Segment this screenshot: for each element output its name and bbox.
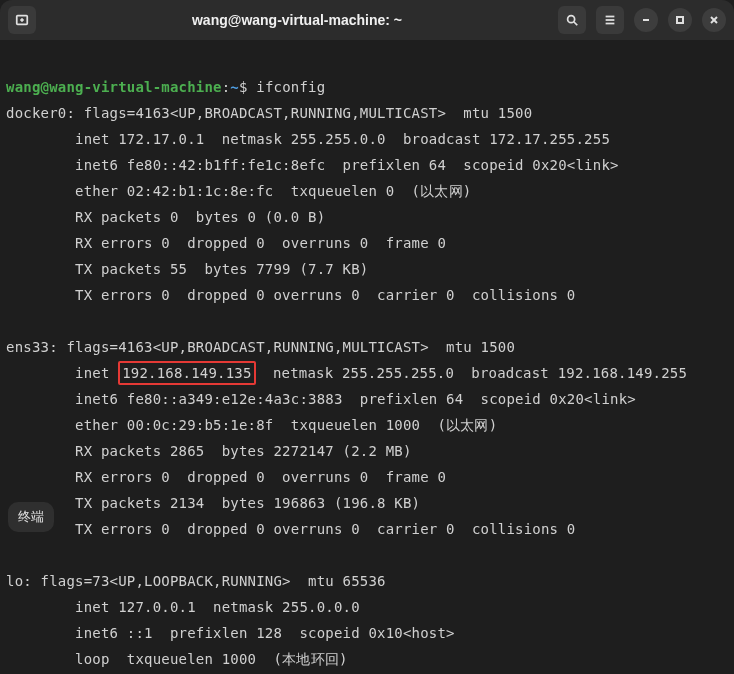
lo-loop: loop txqueuelen 1000 (本地环回) bbox=[6, 651, 348, 667]
docker0-header: docker0: flags=4163<UP,BROADCAST,RUNNING… bbox=[6, 105, 532, 121]
ens33-inet-line: inet 192.168.149.135 netmask 255.255.255… bbox=[6, 365, 687, 381]
search-icon bbox=[565, 13, 579, 27]
svg-rect-9 bbox=[677, 17, 683, 23]
window-titlebar: wang@wang-virtual-machine: ~ bbox=[0, 0, 734, 40]
prompt-path: ~ bbox=[230, 79, 239, 95]
ens33-tx-packets: TX packets 2134 bytes 196863 (196.8 KB) bbox=[6, 495, 420, 511]
titlebar-right-group bbox=[558, 6, 726, 34]
ens33-inet6: inet6 fe80::a349:e12e:4a3c:3883 prefixle… bbox=[6, 391, 636, 407]
docker0-inet: inet 172.17.0.1 netmask 255.255.0.0 broa… bbox=[6, 131, 610, 147]
ens33-inet-suffix: netmask 255.255.255.0 broadcast 192.168.… bbox=[256, 365, 687, 381]
ens33-inet-prefix: inet bbox=[6, 365, 118, 381]
hamburger-icon bbox=[603, 13, 617, 27]
new-tab-button[interactable] bbox=[8, 6, 36, 34]
close-icon bbox=[709, 15, 719, 25]
maximize-icon bbox=[675, 15, 685, 25]
docker0-ether: ether 02:42:b1:1c:8e:fc txqueuelen 0 (以太… bbox=[6, 183, 471, 199]
prompt-user-host: wang@wang-virtual-machine bbox=[6, 79, 222, 95]
titlebar-left-group bbox=[8, 6, 36, 34]
search-button[interactable] bbox=[558, 6, 586, 34]
new-tab-icon bbox=[15, 13, 29, 27]
prompt-line: wang@wang-virtual-machine:~$ ifconfig bbox=[6, 79, 325, 95]
lo-inet: inet 127.0.0.1 netmask 255.0.0.0 bbox=[6, 599, 360, 615]
highlighted-ip: 192.168.149.135 bbox=[118, 361, 255, 385]
terminal-output[interactable]: wang@wang-virtual-machine:~$ ifconfig do… bbox=[0, 40, 734, 674]
docker0-tx-packets: TX packets 55 bytes 7799 (7.7 KB) bbox=[6, 261, 368, 277]
lo-inet6: inet6 ::1 prefixlen 128 scopeid 0x10<hos… bbox=[6, 625, 455, 641]
docker0-rx-errors: RX errors 0 dropped 0 overruns 0 frame 0 bbox=[6, 235, 446, 251]
docker0-inet6: inet6 fe80::42:b1ff:fe1c:8efc prefixlen … bbox=[6, 157, 619, 173]
menu-button[interactable] bbox=[596, 6, 624, 34]
docker0-tx-errors: TX errors 0 dropped 0 overruns 0 carrier… bbox=[6, 287, 576, 303]
ens33-header: ens33: flags=4163<UP,BROADCAST,RUNNING,M… bbox=[6, 339, 515, 355]
ens33-rx-packets: RX packets 2865 bytes 2272147 (2.2 MB) bbox=[6, 443, 412, 459]
close-button[interactable] bbox=[702, 8, 726, 32]
docker0-rx-packets: RX packets 0 bytes 0 (0.0 B) bbox=[6, 209, 325, 225]
command-text: ifconfig bbox=[256, 79, 325, 95]
svg-point-3 bbox=[568, 16, 575, 23]
minimize-button[interactable] bbox=[634, 8, 658, 32]
ens33-rx-errors: RX errors 0 dropped 0 overruns 0 frame 0 bbox=[6, 469, 446, 485]
ens33-ether: ether 00:0c:29:b5:1e:8f txqueuelen 1000 … bbox=[6, 417, 497, 433]
lo-header: lo: flags=73<UP,LOOPBACK,RUNNING> mtu 65… bbox=[6, 573, 386, 589]
minimize-icon bbox=[641, 15, 651, 25]
prompt-symbol: $ bbox=[239, 79, 248, 95]
maximize-button[interactable] bbox=[668, 8, 692, 32]
app-badge[interactable]: 终端 bbox=[8, 502, 54, 532]
ens33-tx-errors: TX errors 0 dropped 0 overruns 0 carrier… bbox=[6, 521, 576, 537]
svg-line-4 bbox=[574, 22, 578, 26]
window-title: wang@wang-virtual-machine: ~ bbox=[36, 12, 558, 28]
